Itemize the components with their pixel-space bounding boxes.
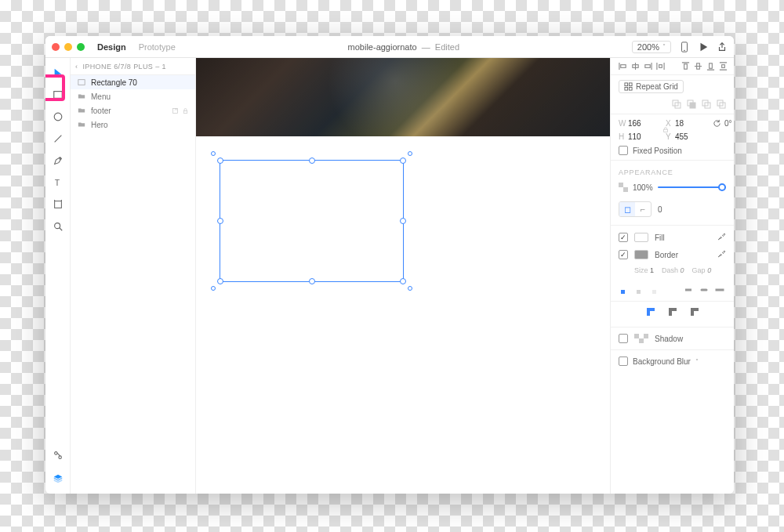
play-icon[interactable] [698,42,709,52]
rotation-field[interactable]: 0° [713,119,732,128]
resize-handle[interactable] [217,218,223,224]
mode-prototype-tab[interactable]: Prototype [139,42,176,52]
fill-swatch[interactable] [634,233,648,242]
selected-rectangle[interactable] [220,160,404,282]
maximize-window-button[interactable] [77,43,85,51]
resize-handle[interactable] [400,218,406,224]
device-preview-icon[interactable] [679,42,690,52]
cap-round-icon[interactable] [698,284,710,296]
width-field[interactable]: W [619,119,655,128]
layer-row[interactable]: Hero [71,118,195,132]
svg-rect-31 [659,65,662,68]
align-vertical-group[interactable] [681,62,728,71]
zoom-tool[interactable] [47,216,69,237]
shadow-swatch-icon[interactable] [634,334,648,343]
join-round-icon[interactable] [666,305,680,319]
rotate-handle[interactable] [211,286,216,291]
stroke-outer-icon[interactable] [650,284,662,296]
svg-point-7 [59,158,60,160]
line-tool[interactable] [47,128,69,149]
bool-subtract-icon[interactable] [687,100,696,109]
layer-label: footer [91,107,111,115]
layers-icon[interactable] [47,469,69,489]
stroke-inner-icon[interactable] [619,284,631,296]
svg-point-14 [54,452,57,455]
resize-handle[interactable] [217,278,223,284]
share-icon[interactable] [717,42,728,52]
layer-row[interactable]: footer [71,103,195,118]
shadow-checkbox[interactable] [619,334,628,343]
layers-breadcrumb[interactable]: ‹ IPHONE 6/7/8 PLUS – 1 [71,58,195,75]
fill-checkbox[interactable] [619,233,628,242]
ellipse-tool[interactable] [47,107,69,127]
svg-rect-55 [619,183,623,187]
align-horizontal-group[interactable] [619,62,665,71]
section-appearance: APPEARANCE [611,161,734,179]
svg-rect-4 [53,92,62,99]
rotate-handle[interactable] [211,151,216,156]
resize-handle[interactable] [400,278,406,284]
layer-row[interactable]: Menu [71,89,195,103]
resize-handle[interactable] [400,157,406,164]
bool-union-icon[interactable] [672,100,681,109]
resize-handle[interactable] [309,278,315,284]
zoom-dropdown[interactable]: 200% ˅ [632,41,671,53]
folder-icon [77,120,86,129]
x-field[interactable]: X [666,119,702,128]
assets-icon[interactable] [47,445,69,465]
layer-row[interactable]: Rectangle 70 [71,75,195,89]
svg-rect-24 [621,65,626,68]
cap-square-icon[interactable] [713,284,726,296]
uniform-radius-icon: ◻ [619,202,635,216]
join-miter-icon[interactable] [644,305,658,319]
link-dimensions-icon[interactable] [662,126,669,135]
svg-rect-40 [722,65,725,68]
resize-handle[interactable] [309,157,315,164]
cap-butt-icon[interactable] [682,284,695,296]
rotate-handle[interactable] [408,151,412,156]
rotate-handle[interactable] [408,286,412,291]
repeat-grid-button[interactable]: Repeat Grid [619,80,684,93]
height-field[interactable]: H [619,132,655,141]
corner-radius-mode[interactable]: ◻ ⌐ [619,201,652,217]
svg-rect-56 [623,187,628,192]
resize-handle[interactable] [217,157,223,164]
independent-radius-icon: ⌐ [635,202,651,216]
stroke-center-icon[interactable] [634,284,647,296]
y-field[interactable]: Y [666,132,702,141]
rectangle-tool[interactable] [47,85,69,105]
mode-design-tab[interactable]: Design [97,42,126,52]
bool-exclude-icon[interactable] [717,100,726,109]
svg-rect-41 [625,83,628,86]
pen-tool[interactable] [47,150,69,171]
border-checkbox[interactable] [619,250,628,259]
corner-radius-value[interactable]: 0 [658,205,662,214]
svg-rect-63 [644,334,648,338]
canvas[interactable] [196,58,610,494]
border-swatch[interactable] [634,250,648,259]
artboard-tool[interactable] [47,194,69,215]
bgblur-checkbox[interactable] [619,356,628,366]
text-tool[interactable]: T [47,172,69,193]
opacity-value: 100% [633,183,653,192]
minimize-window-button[interactable] [64,43,72,51]
chevron-down-icon[interactable]: ˅ [695,358,699,365]
select-tool[interactable] [47,63,69,83]
bgblur-label: Background Blur [633,357,691,366]
bool-intersect-icon[interactable] [702,100,711,109]
svg-rect-43 [625,87,628,90]
folder-icon [77,92,86,101]
align-left-icon [619,62,627,71]
eyedropper-icon[interactable] [717,232,726,243]
rotate-icon [713,119,721,128]
join-row [611,302,734,328]
svg-rect-9 [54,201,61,208]
folder-icon [77,106,86,115]
svg-line-16 [57,453,60,456]
svg-rect-33 [684,64,688,69]
opacity-slider[interactable] [658,186,726,188]
join-bevel-icon[interactable] [688,305,702,319]
close-window-button[interactable] [52,43,60,51]
eyedropper-icon[interactable] [717,249,726,260]
fixed-position-checkbox[interactable] [619,146,628,155]
